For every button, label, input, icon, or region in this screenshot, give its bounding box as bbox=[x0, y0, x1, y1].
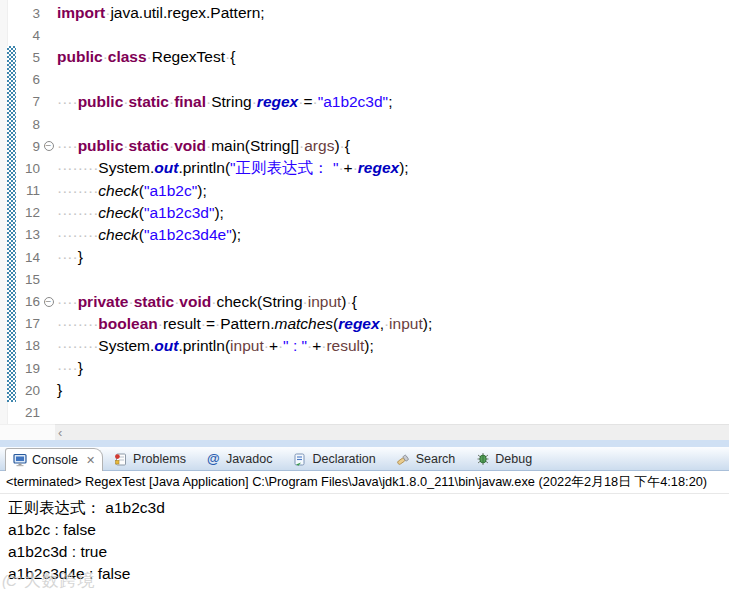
code-line[interactable]: 16−····private·static·void·check(String·… bbox=[0, 290, 729, 312]
tab-label: Javadoc bbox=[226, 452, 273, 466]
tab-label: Debug bbox=[495, 452, 532, 466]
code-editor[interactable]: 3import·java.util.regex.Pattern;45public… bbox=[0, 0, 729, 424]
console-output-line: a1b2c3d : true bbox=[8, 541, 729, 563]
tab-label: Search bbox=[416, 452, 456, 466]
code-line[interactable]: 18········System.out.println(input·+·" :… bbox=[0, 335, 729, 357]
code-line[interactable]: 11········check("a1b2c"); bbox=[0, 180, 729, 202]
close-icon[interactable]: ✕ bbox=[86, 454, 95, 466]
scrollbar-corner bbox=[0, 424, 55, 440]
javadoc-icon: @ bbox=[206, 452, 221, 466]
code-line[interactable]: 10········System.out.println("正则表达式： "·+… bbox=[0, 157, 729, 179]
scrollbar-track[interactable]: ‹ bbox=[55, 424, 729, 440]
tab-search[interactable]: Search bbox=[386, 448, 466, 470]
code-text: ····} bbox=[57, 359, 729, 377]
code-text: ····} bbox=[57, 248, 729, 266]
code-line[interactable]: 7····public·static·final·String·regex·=·… bbox=[0, 91, 729, 113]
code-line[interactable]: 6 bbox=[0, 69, 729, 91]
tab-label: Console bbox=[32, 453, 78, 467]
debug-bug-icon bbox=[475, 452, 490, 466]
tab-problems[interactable]: Problems bbox=[103, 448, 196, 470]
code-line[interactable]: 3import·java.util.regex.Pattern; bbox=[0, 2, 729, 24]
code-text: ········check("a1b2c"); bbox=[57, 182, 729, 200]
code-line[interactable]: 14····} bbox=[0, 246, 729, 268]
problems-icon bbox=[113, 452, 128, 466]
tab-declaration[interactable]: Declaration bbox=[282, 448, 385, 470]
console-view: Console ✕ Problems @ Javadoc bbox=[0, 447, 729, 594]
code-text: ········boolean·result·=·Pattern.matches… bbox=[57, 315, 729, 333]
console-output-line: a1b2c : false bbox=[8, 519, 729, 541]
tab-javadoc[interactable]: @ Javadoc bbox=[196, 448, 283, 470]
code-text: ········check("a1b2c3d"); bbox=[57, 204, 729, 222]
console-icon bbox=[12, 453, 27, 467]
fold-collapse-icon[interactable]: − bbox=[40, 141, 57, 151]
code-line[interactable]: 5public·class·RegexTest·{ bbox=[0, 46, 729, 68]
editor-lines: 3import·java.util.regex.Pattern;45public… bbox=[0, 2, 729, 424]
console-output-line: a1b2c3d4e : false bbox=[8, 563, 729, 585]
code-line[interactable]: 15 bbox=[0, 268, 729, 290]
code-line[interactable]: 13········check("a1b2c3d4e"); bbox=[0, 224, 729, 246]
code-text: ····public·static·void·main(String[]·arg… bbox=[57, 137, 729, 155]
code-line[interactable]: 4 bbox=[0, 24, 729, 46]
fold-collapse-icon[interactable]: − bbox=[40, 297, 57, 307]
tab-label: Declaration bbox=[312, 452, 375, 466]
code-text: ········check("a1b2c3d4e"); bbox=[57, 226, 729, 244]
search-flashlight-icon bbox=[396, 452, 411, 466]
code-line[interactable]: 20} bbox=[0, 379, 729, 401]
code-text: } bbox=[57, 381, 729, 399]
tab-label: Problems bbox=[133, 452, 186, 466]
code-line[interactable]: 12········check("a1b2c3d"); bbox=[0, 202, 729, 224]
code-text: ········System.out.println(input·+·" : "… bbox=[57, 337, 729, 355]
code-text: public·class·RegexTest·{ bbox=[57, 48, 729, 66]
range-indicator-bar bbox=[7, 46, 16, 402]
console-output[interactable]: 正则表达式： a1b2c3da1b2c : falsea1b2c3d : tru… bbox=[0, 494, 729, 585]
code-text: import·java.util.regex.Pattern; bbox=[57, 4, 729, 22]
tab-console[interactable]: Console ✕ bbox=[5, 448, 103, 471]
tab-debug[interactable]: Debug bbox=[465, 448, 542, 470]
code-text: ····public·static·final·String·regex·=·"… bbox=[57, 93, 729, 111]
code-line[interactable]: 21 bbox=[0, 401, 729, 423]
code-line[interactable]: 17········boolean·result·=·Pattern.match… bbox=[0, 313, 729, 335]
horizontal-scrollbar[interactable]: ‹ bbox=[0, 424, 729, 440]
code-text: ········System.out.println("正则表达式： "·+·r… bbox=[57, 158, 729, 179]
code-line[interactable]: 19····} bbox=[0, 357, 729, 379]
console-status-line: <terminated> RegexTest [Java Application… bbox=[0, 471, 729, 494]
declaration-icon bbox=[292, 452, 307, 466]
scroll-left-arrow-icon[interactable]: ‹ bbox=[58, 425, 62, 440]
editor-console-sash[interactable] bbox=[0, 440, 729, 447]
view-tab-bar: Console ✕ Problems @ Javadoc bbox=[0, 447, 729, 471]
code-line[interactable]: 9−····public·static·void·main(String[]·a… bbox=[0, 135, 729, 157]
console-output-line: 正则表达式： a1b2c3d bbox=[8, 497, 729, 519]
code-text: ····private·static·void·check(String·inp… bbox=[57, 293, 729, 311]
code-line[interactable]: 8 bbox=[0, 113, 729, 135]
